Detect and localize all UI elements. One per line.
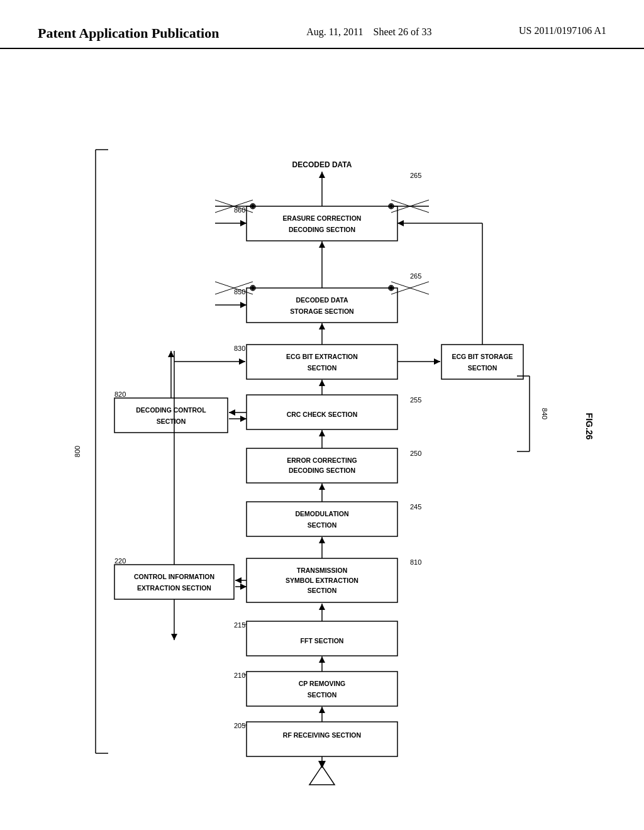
rf-receiving-box bbox=[247, 722, 397, 756]
arrowhead-tse-cie bbox=[235, 577, 242, 584]
ecbs-box bbox=[441, 345, 523, 379]
cie-label2: EXTRACTION SECTION bbox=[137, 584, 211, 592]
dem-box bbox=[247, 502, 397, 536]
arrowhead-ecd-crc bbox=[319, 430, 325, 436]
arrowhead-dem-ecd bbox=[319, 484, 325, 490]
arrowhead-dds-erc bbox=[319, 241, 325, 248]
dds-label1: DECODED DATA bbox=[296, 296, 348, 304]
arrowhead-left-erc bbox=[240, 220, 247, 226]
tse-label3: SECTION bbox=[308, 587, 337, 594]
decoded-data-label: DECODED DATA bbox=[292, 160, 352, 169]
arrowhead-ecb-dds bbox=[319, 323, 325, 329]
dem-label2: SECTION bbox=[308, 521, 337, 529]
arrowhead-crc-ecb bbox=[319, 380, 325, 386]
cie-label1: CONTROL INFORMATION bbox=[134, 573, 214, 580]
dds-label2: STORAGE SECTION bbox=[290, 307, 353, 315]
ref-220: 220 bbox=[114, 557, 126, 565]
ecb-label2: SECTION bbox=[308, 364, 337, 372]
dds-box bbox=[247, 288, 397, 323]
arrowhead-crc-dcs bbox=[229, 409, 235, 416]
ref-850: 850 bbox=[234, 288, 245, 296]
dcs-label2: SECTION bbox=[157, 418, 186, 425]
arrowhead-cie-tse bbox=[240, 584, 247, 590]
dem-label1: DEMODULATION bbox=[296, 510, 349, 517]
dot3 bbox=[251, 286, 255, 290]
arrowhead-ecb-ecbs bbox=[434, 358, 440, 365]
crc-label: CRC CHECK SECTION bbox=[287, 411, 358, 418]
dot4 bbox=[389, 286, 393, 290]
pub-date: Aug. 11, 2011 bbox=[306, 26, 363, 37]
cie-box bbox=[114, 565, 234, 599]
ref-255: 255 bbox=[410, 396, 421, 404]
arrowhead-dcs-crc bbox=[240, 416, 247, 422]
ecb-box bbox=[247, 345, 397, 379]
erc-box bbox=[247, 206, 397, 241]
ref-840: 840 bbox=[541, 408, 548, 419]
dcs-label1: DECODING CONTROL bbox=[136, 406, 206, 414]
ecd-label2: DECODING SECTION bbox=[289, 467, 355, 474]
ref-245: 245 bbox=[410, 503, 421, 511]
ecb-label1: ECG BIT EXTRACTION bbox=[286, 353, 358, 360]
ref-810: 810 bbox=[410, 558, 421, 566]
cp-label2: SECTION bbox=[308, 691, 337, 699]
ref-820: 820 bbox=[114, 390, 126, 398]
cp-label1: CP REMOVING bbox=[299, 680, 345, 687]
ecbs-label2: SECTION bbox=[468, 364, 497, 372]
arrowhead-tse-dem bbox=[319, 537, 325, 543]
ref-265b: 265 bbox=[410, 272, 421, 280]
publication-title: Patent Application Publication bbox=[38, 25, 219, 42]
ecbs-label1: ECG BIT STORAGE bbox=[452, 353, 513, 360]
ecd-box bbox=[247, 448, 397, 483]
erc-label1: ERASURE CORRECTION bbox=[283, 214, 362, 222]
arrowhead-left-dds bbox=[240, 302, 247, 308]
ref-210: 210 bbox=[234, 672, 245, 679]
tse-label2: SYMBOL EXTRACTION bbox=[286, 577, 358, 584]
erc-label2: DECODING SECTION bbox=[289, 226, 355, 233]
arrowhead-cp-fft bbox=[319, 656, 325, 663]
fig-label: FIG.26 bbox=[584, 413, 594, 440]
ref-250: 250 bbox=[410, 450, 421, 457]
rf-receiving-label: RF RECEIVING SECTION bbox=[283, 731, 361, 739]
tse-label1: TRANSMISSION bbox=[297, 567, 348, 574]
cp-removing-box bbox=[247, 672, 397, 706]
ref-830: 830 bbox=[234, 345, 245, 352]
arrowhead-cie-down bbox=[171, 634, 177, 640]
patent-diagram: 800 840 RF RECEIVING SECTION 205 CP REMO… bbox=[25, 62, 619, 804]
ref-205: 205 bbox=[234, 722, 245, 729]
arrowhead-ecbs-erc bbox=[397, 220, 404, 226]
diagram-area: 800 840 RF RECEIVING SECTION 205 CP REMO… bbox=[0, 49, 644, 816]
dcs-box bbox=[114, 398, 228, 433]
sheet-info: Sheet 26 of 33 bbox=[374, 26, 432, 37]
arrowhead-erc-out bbox=[319, 172, 325, 178]
ref-215: 215 bbox=[234, 621, 245, 629]
ref-265a: 265 bbox=[410, 172, 421, 179]
header-meta: Aug. 11, 2011 Sheet 26 of 33 bbox=[306, 25, 431, 39]
ref-860: 860 bbox=[234, 206, 245, 214]
arrowhead-rf-cp bbox=[319, 707, 325, 713]
input-triangle bbox=[309, 766, 335, 785]
arrowhead-fft-tse bbox=[319, 604, 325, 610]
patent-number: US 2011/0197106 A1 bbox=[519, 25, 606, 36]
ref-800: 800 bbox=[74, 446, 81, 457]
fft-label: FFT SECTION bbox=[301, 637, 344, 645]
page-header: Patent Application Publication Aug. 11, … bbox=[0, 0, 644, 49]
arrowhead-dcs-up bbox=[168, 351, 174, 357]
arrowhead-left-ecb bbox=[239, 358, 245, 365]
ecd-label1: ERROR CORRECTING bbox=[287, 456, 357, 464]
